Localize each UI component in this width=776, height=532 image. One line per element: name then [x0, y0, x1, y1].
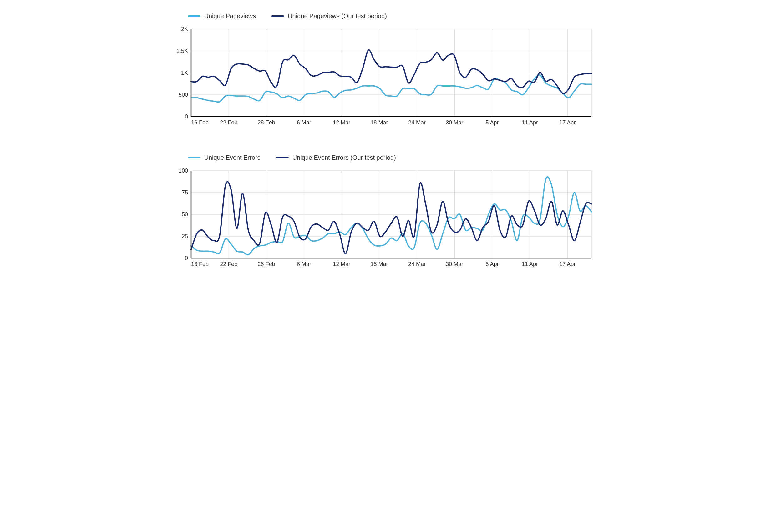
legend-swatch	[188, 15, 200, 17]
legend-label: Unique Pageviews (Our test period)	[288, 12, 387, 20]
y-tick-label: 1.5K	[176, 48, 188, 54]
y-tick-label: 75	[181, 190, 188, 196]
x-tick-label: 16 Feb	[191, 119, 209, 125]
legend-item: Unique Pageviews	[188, 12, 256, 20]
x-tick-label: 6 Mar	[297, 261, 311, 267]
legend-label: Unique Pageviews	[204, 12, 256, 20]
x-tick-label: 12 Mar	[333, 119, 350, 125]
x-tick-label: 17 Apr	[559, 261, 576, 267]
charts-container: Unique PageviewsUnique Pageviews (Our te…	[169, 12, 607, 271]
chart-legend: Unique Event ErrorsUnique Event Errors (…	[169, 154, 607, 161]
x-tick-label: 28 Feb	[257, 261, 275, 267]
chart-0: Unique PageviewsUnique Pageviews (Our te…	[169, 12, 607, 129]
y-tick-label: 2K	[181, 26, 188, 32]
x-tick-label: 22 Feb	[220, 261, 237, 267]
x-tick-label: 11 Apr	[522, 261, 538, 267]
x-tick-label: 18 Mar	[370, 261, 388, 267]
chart-plot: 025507510016 Feb22 Feb28 Feb6 Mar12 Mar1…	[169, 168, 598, 271]
series-line-1	[191, 50, 591, 93]
y-tick-label: 0	[185, 255, 188, 261]
x-tick-label: 28 Feb	[257, 119, 275, 125]
legend-item: Unique Event Errors (Our test period)	[276, 154, 396, 161]
legend-item: Unique Pageviews (Our test period)	[271, 12, 387, 20]
x-tick-label: 11 Apr	[522, 119, 538, 125]
x-tick-label: 5 Apr	[486, 261, 499, 267]
chart-1: Unique Event ErrorsUnique Event Errors (…	[169, 154, 607, 271]
chart-plot: 05001K1.5K2K16 Feb22 Feb28 Feb6 Mar12 Ma…	[169, 26, 598, 129]
x-tick-label: 16 Feb	[191, 261, 209, 267]
x-tick-label: 24 Mar	[408, 261, 425, 267]
chart-legend: Unique PageviewsUnique Pageviews (Our te…	[169, 12, 607, 20]
x-tick-label: 30 Mar	[446, 261, 463, 267]
x-tick-label: 18 Mar	[370, 119, 388, 125]
legend-item: Unique Event Errors	[188, 154, 260, 161]
x-tick-label: 17 Apr	[559, 119, 576, 125]
x-tick-label: 6 Mar	[297, 119, 311, 125]
y-tick-label: 1K	[181, 70, 188, 76]
legend-swatch	[276, 157, 289, 159]
y-tick-label: 0	[185, 113, 188, 120]
y-tick-label: 25	[181, 233, 188, 239]
x-tick-label: 5 Apr	[486, 119, 499, 125]
series-line-0	[191, 75, 591, 102]
y-tick-label: 100	[178, 168, 188, 174]
x-tick-label: 22 Feb	[220, 119, 237, 125]
x-tick-label: 12 Mar	[333, 261, 350, 267]
legend-swatch	[271, 15, 284, 17]
x-tick-label: 30 Mar	[446, 119, 463, 125]
y-tick-label: 50	[181, 211, 188, 218]
legend-label: Unique Event Errors (Our test period)	[293, 154, 396, 161]
x-tick-label: 24 Mar	[408, 119, 425, 125]
legend-label: Unique Event Errors	[204, 154, 260, 161]
y-tick-label: 500	[178, 91, 188, 98]
series-line-0	[191, 177, 591, 255]
legend-swatch	[188, 157, 200, 159]
